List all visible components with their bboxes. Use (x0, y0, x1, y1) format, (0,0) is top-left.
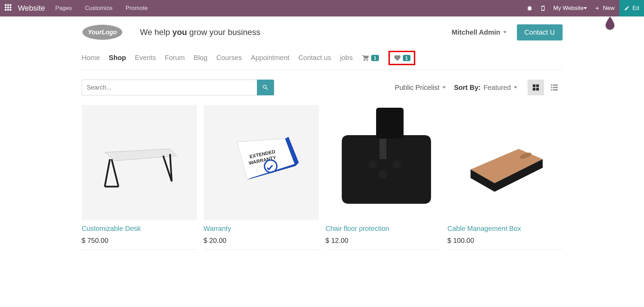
wishlist-highlight: 1 (388, 51, 415, 65)
product-title[interactable]: Customizable Desk (82, 225, 197, 233)
svg-rect-18 (553, 87, 558, 88)
svg-rect-11 (533, 84, 535, 87)
svg-point-31 (393, 160, 401, 168)
caret-down-icon (514, 86, 517, 88)
nav-blog[interactable]: Blog (194, 54, 207, 62)
svg-rect-29 (380, 139, 386, 159)
product-title[interactable]: Warranty (204, 225, 319, 233)
admin-link-customize[interactable]: Customize (85, 5, 112, 12)
svg-rect-2 (10, 4, 11, 6)
divider (204, 249, 319, 250)
my-website-dropdown[interactable]: My Website (553, 5, 587, 12)
bug-icon[interactable] (527, 5, 533, 11)
caret-down-icon (503, 31, 507, 33)
user-dropdown[interactable]: Mitchell Admin (452, 28, 506, 36)
search-button[interactable] (257, 80, 274, 95)
nav-home[interactable]: Home (82, 54, 100, 62)
svg-rect-28 (376, 108, 404, 139)
site-header: YourLogo We help you grow your business … (82, 16, 563, 46)
svg-text:YourLogo: YourLogo (88, 29, 116, 36)
divider (82, 249, 197, 250)
svg-rect-12 (536, 84, 539, 87)
pricelist-label: Public Pricelist (395, 84, 440, 92)
svg-rect-8 (10, 9, 11, 11)
caret-down-icon (442, 86, 446, 88)
svg-rect-16 (553, 84, 558, 86)
nav-shop[interactable]: Shop (109, 54, 126, 62)
theme-drop-icon[interactable] (604, 16, 616, 32)
app-title[interactable]: Website (18, 4, 45, 13)
nav-jobs[interactable]: jobs (340, 54, 353, 62)
svg-point-32 (379, 170, 387, 179)
list-view-button[interactable] (546, 80, 563, 95)
sortby-value: Featured (483, 84, 511, 92)
user-name: Mitchell Admin (452, 28, 500, 36)
mobile-icon[interactable] (540, 5, 546, 12)
svg-rect-1 (7, 4, 9, 6)
tagline-bold: you (172, 27, 187, 37)
tagline: We help you grow your business (140, 27, 260, 37)
nav-contact[interactable]: Contact us (298, 54, 331, 62)
admin-link-promote[interactable]: Promote (126, 5, 148, 12)
wishlist-link[interactable]: 1 (393, 54, 410, 62)
product-card[interactable]: Customizable Desk $ 750.00 (82, 105, 197, 250)
search-input[interactable] (82, 80, 257, 95)
grid-view-button[interactable] (528, 80, 544, 95)
site-nav: Home Shop Events Forum Blog Courses Appo… (82, 46, 563, 70)
product-title[interactable]: Chair floor protection (326, 225, 441, 233)
svg-rect-14 (536, 88, 539, 91)
svg-rect-20 (553, 89, 558, 91)
site-logo[interactable]: YourLogo (82, 24, 123, 40)
nav-appointment[interactable]: Appointment (251, 54, 289, 62)
edit-label: Ed (632, 5, 639, 11)
shop-toolbar: Public Pricelist Sort By: Featured (82, 70, 563, 105)
svg-rect-4 (7, 7, 9, 8)
product-image (326, 105, 441, 220)
product-grid: Customizable Desk $ 750.00 EXTENDEDWARRA… (82, 105, 563, 250)
divider (448, 249, 563, 250)
wishlist-badge: 1 (403, 55, 410, 61)
contact-button[interactable]: Contact U (517, 24, 563, 40)
edit-button[interactable]: Ed (619, 0, 644, 16)
caret-down-icon (584, 7, 587, 9)
svg-rect-15 (551, 84, 552, 86)
nav-events[interactable]: Events (135, 54, 156, 62)
product-price: $ 12.00 (326, 237, 441, 245)
nav-courses[interactable]: Courses (216, 54, 242, 62)
cart-link[interactable]: 1 (362, 54, 379, 62)
svg-rect-5 (10, 7, 11, 8)
svg-rect-6 (5, 9, 7, 11)
svg-rect-3 (5, 7, 7, 8)
nav-forum[interactable]: Forum (165, 54, 185, 62)
pricelist-dropdown[interactable]: Public Pricelist (395, 84, 446, 92)
product-card[interactable]: EXTENDEDWARRANTY Warranty $ 20.00 (204, 105, 319, 250)
product-image (448, 105, 563, 220)
product-price: $ 750.00 (82, 237, 197, 245)
cart-badge: 1 (371, 55, 379, 61)
product-card[interactable]: Cable Management Box $ 100.00 (448, 105, 563, 250)
svg-point-30 (369, 160, 377, 168)
product-card[interactable]: Chair floor protection $ 12.00 (326, 105, 441, 250)
svg-rect-19 (551, 89, 552, 91)
admin-bar: Website Pages Customize Promote My Websi… (0, 0, 644, 16)
svg-rect-7 (7, 9, 9, 11)
svg-rect-17 (551, 87, 552, 88)
view-toggle (528, 80, 563, 95)
new-label: New (603, 5, 614, 12)
svg-rect-0 (5, 4, 7, 6)
sortby-dropdown[interactable]: Sort By: Featured (454, 84, 517, 92)
product-title[interactable]: Cable Management Box (448, 225, 563, 233)
search-wrap (82, 80, 274, 95)
product-price: $ 100.00 (448, 237, 563, 245)
svg-rect-13 (533, 88, 535, 91)
my-website-label: My Website (553, 5, 584, 12)
apps-icon[interactable] (5, 4, 12, 12)
product-image: EXTENDEDWARRANTY (204, 105, 319, 220)
divider (326, 249, 441, 250)
sortby-label: Sort By: (454, 84, 481, 92)
tagline-pre: We help (140, 27, 172, 37)
svg-marker-21 (105, 149, 177, 161)
admin-link-pages[interactable]: Pages (55, 5, 72, 12)
new-button[interactable]: New (595, 5, 614, 12)
product-image (82, 105, 197, 220)
